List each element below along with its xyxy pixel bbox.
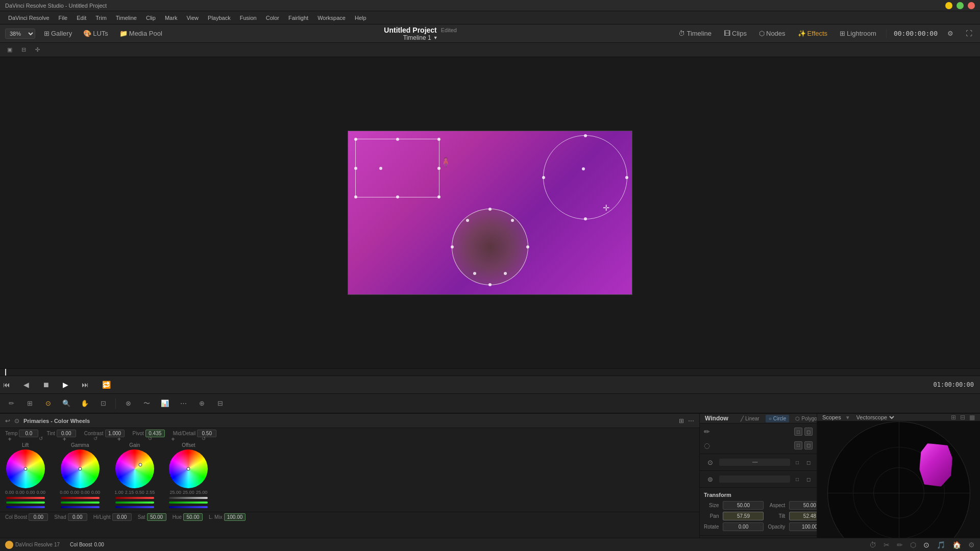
offset-slider-all[interactable]	[169, 496, 208, 499]
nav-deliver-btn[interactable]: 🏠	[952, 541, 961, 549]
warp-tool[interactable]: ⊡	[96, 396, 110, 411]
window-vis-1[interactable]: □	[793, 458, 801, 466]
fullscreen-btn[interactable]: ⛶	[963, 29, 975, 38]
gain-wheel[interactable]	[115, 449, 154, 488]
nav-edit-btn[interactable]: ✏	[897, 541, 903, 549]
gain-slider-g[interactable]	[115, 501, 154, 504]
gamma-slider-blue[interactable]	[61, 506, 100, 508]
gamma-slider-green[interactable]	[61, 502, 100, 504]
stab-tool[interactable]: ⊕	[194, 396, 209, 411]
pan-value[interactable]: 57.59	[723, 512, 764, 520]
menu-timeline[interactable]: Timeline	[112, 14, 141, 22]
tint-value[interactable]: 0.00	[57, 430, 76, 437]
lift-slider-blue[interactable]	[6, 506, 45, 508]
maximize-btn[interactable]	[957, 2, 964, 9]
offset-slider-g[interactable]	[169, 501, 208, 504]
go-to-end-btn[interactable]: ⏭	[79, 380, 92, 390]
scopes-settings-icon[interactable]: ⊞	[951, 414, 956, 421]
nav-cut-btn[interactable]: ✂	[884, 541, 890, 549]
curve-tool[interactable]: 〜	[139, 396, 154, 411]
grading-mode-icon[interactable]: ⊙	[14, 417, 19, 424]
circle-tool[interactable]: ⊙	[41, 396, 55, 411]
media-pool-btn[interactable]: 📁 Media Pool	[117, 29, 165, 38]
shape-ctrl-3[interactable]: □	[794, 441, 802, 449]
sat-value[interactable]: 50.00	[147, 513, 166, 521]
scopes-type-select[interactable]: Vectorscope Waveform Histogram	[854, 414, 896, 421]
qual-tool[interactable]: 📊	[158, 396, 172, 411]
hand-tool[interactable]: ✋	[78, 396, 92, 411]
grading-more-icon[interactable]: ⋯	[688, 417, 694, 424]
offset-add-icon[interactable]: +	[171, 436, 175, 443]
step-back-btn[interactable]: ◀	[20, 380, 32, 390]
gain-slider-red[interactable]	[115, 497, 154, 499]
gain-reset-icon[interactable]: ↺	[148, 436, 152, 441]
luts-btn[interactable]: 🎨 LUTs	[81, 29, 111, 38]
colboost-value[interactable]: 0.00	[29, 513, 48, 521]
view-transform-btn[interactable]: ✣	[32, 45, 43, 54]
offset-slider-blue[interactable]	[169, 506, 208, 508]
go-to-start-btn[interactable]: ⏮	[0, 380, 13, 390]
shape-ctrl-4[interactable]: ◻	[804, 441, 813, 449]
timeline-bar[interactable]	[0, 368, 980, 375]
lift-slider-g[interactable]	[6, 501, 45, 504]
view-single-btn[interactable]: ▣	[4, 45, 15, 54]
nav-fusion-btn[interactable]: ⬡	[910, 541, 916, 549]
menu-fusion[interactable]: Fusion	[236, 14, 261, 22]
scopes-grid-icon[interactable]: ⊟	[960, 414, 965, 421]
menu-edit[interactable]: Edit	[72, 14, 90, 22]
menu-davinci[interactable]: DaVinci Resolve	[4, 14, 54, 22]
gamma-wheel[interactable]	[61, 449, 100, 488]
gamma-slider-b[interactable]	[61, 506, 100, 509]
gain-add-icon[interactable]: +	[117, 436, 121, 443]
node-editor-btn[interactable]: ⊗	[121, 396, 135, 411]
gallery-btn[interactable]: ⊞ Gallery	[41, 29, 75, 38]
nav-fairlight-btn[interactable]: 🎵	[937, 541, 945, 549]
gamma-slider-g[interactable]	[61, 501, 100, 504]
grid-tool[interactable]: ⊞	[22, 396, 37, 411]
offset-slider-b[interactable]	[169, 506, 208, 509]
window-vis-2[interactable]: ◻	[804, 458, 813, 466]
lift-slider-red[interactable]	[6, 497, 45, 499]
menu-trim[interactable]: Trim	[91, 14, 111, 22]
lift-slider-r[interactable]	[6, 496, 45, 499]
temp-value[interactable]: 0.0	[19, 430, 38, 437]
hilight-value[interactable]: 0.00	[112, 513, 132, 521]
cursor-tool[interactable]: ✏	[4, 396, 18, 411]
offset-wheel[interactable]	[169, 449, 208, 488]
close-btn[interactable]	[968, 2, 975, 9]
menu-mark[interactable]: Mark	[161, 14, 181, 22]
play-btn[interactable]: ▶	[60, 380, 71, 390]
gain-slider-b[interactable]	[115, 506, 154, 509]
window-vis-4[interactable]: ◻	[804, 475, 813, 483]
menu-help[interactable]: Help	[351, 14, 371, 22]
window-invert-btn[interactable]: ⊙	[704, 456, 716, 468]
menu-fairlight[interactable]: Fairlight	[284, 14, 312, 22]
zoom-tool[interactable]: 🔍	[59, 396, 74, 411]
menu-clip[interactable]: Clip	[142, 14, 160, 22]
window-vis-3[interactable]: □	[793, 475, 801, 483]
offset-slider-master[interactable]	[169, 497, 208, 499]
zoom-select[interactable]: 38%50%100%	[5, 29, 35, 39]
linear-shape-btn[interactable]: ╱ Linear	[738, 415, 763, 422]
scopes-dual-icon[interactable]: ▦	[969, 414, 975, 421]
gamma-slider-r[interactable]	[61, 496, 100, 499]
clips-btn[interactable]: 🎞 Clips	[721, 29, 749, 38]
stop-btn[interactable]: ⏹	[39, 380, 53, 390]
rotate-value[interactable]: 0.00	[723, 522, 764, 531]
grading-settings-icon[interactable]: ⊞	[679, 417, 684, 424]
view-dual-btn[interactable]: ⊟	[18, 45, 29, 54]
gamma-slider-red[interactable]	[61, 497, 100, 499]
effects-btn[interactable]: ✨ Effects	[795, 29, 830, 38]
menu-file[interactable]: File	[55, 14, 72, 22]
settings-btn[interactable]: ⚙	[945, 29, 956, 38]
menu-color[interactable]: Color	[262, 14, 283, 22]
nav-timeline-btn[interactable]: ⏱	[869, 541, 876, 549]
shape-ctrl-1[interactable]: □	[794, 428, 802, 436]
lmix-value[interactable]: 100.00	[224, 513, 246, 521]
menu-playback[interactable]: Playback	[204, 14, 235, 22]
lift-wheel[interactable]	[6, 449, 45, 488]
menu-view[interactable]: View	[182, 14, 203, 22]
lift-add-icon[interactable]: +	[8, 436, 12, 443]
grading-reset-icon[interactable]: ↩	[5, 417, 10, 424]
lift-slider-green[interactable]	[6, 502, 45, 504]
